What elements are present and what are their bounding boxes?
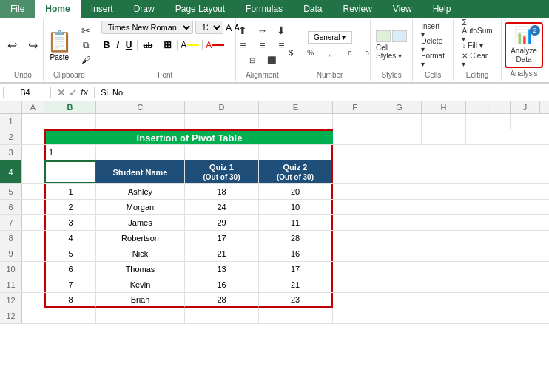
cell-c6[interactable]: Morgan [96, 200, 185, 214]
col-header-i[interactable]: I [466, 101, 511, 113]
tab-draw[interactable]: Draw [124, 0, 165, 18]
tab-data[interactable]: Data [293, 0, 332, 18]
cell-h1[interactable] [422, 114, 466, 129]
tab-help[interactable]: Help [422, 0, 462, 18]
cell-g1[interactable] [377, 114, 422, 129]
col-header-b[interactable]: B [44, 101, 96, 113]
increase-decimal-button[interactable]: .0 [340, 47, 358, 60]
cell-h2[interactable] [422, 129, 466, 144]
cell-c10[interactable]: Thomas [96, 262, 185, 277]
cell-c12[interactable] [96, 308, 185, 323]
fill-button[interactable]: ↓ Fill ▾ [459, 38, 485, 52]
cell-e1[interactable] [259, 114, 333, 129]
styles-button[interactable]: Cell Styles ▾ [376, 44, 407, 60]
currency-button[interactable]: $ [283, 47, 300, 60]
wrap-text-button[interactable]: ⬛ [263, 53, 280, 67]
cell-f11[interactable] [333, 277, 377, 292]
col-header-h[interactable]: H [422, 101, 466, 113]
cell-d10[interactable]: 13 [185, 262, 259, 277]
cell-e4-header[interactable]: Quiz 2(Out of 30) [259, 160, 333, 183]
copy-button[interactable]: ⧉ [77, 38, 95, 52]
align-center-button[interactable]: ≡ [253, 38, 271, 52]
cell-e7[interactable]: 11 [259, 215, 333, 230]
cell-d4-header[interactable]: Quiz 1(Out of 30) [185, 160, 259, 183]
align-top-button[interactable]: ⬆ [234, 24, 252, 37]
cell-c3[interactable] [96, 145, 185, 160]
col-header-d[interactable]: D [185, 101, 259, 113]
cell-b8[interactable]: 4 [44, 231, 96, 246]
cell-c5[interactable]: Ashley [96, 184, 185, 199]
percent-button[interactable]: % [302, 47, 320, 60]
cell-a11[interactable] [22, 277, 44, 292]
cell-e11[interactable]: 21 [259, 277, 333, 292]
cell-c12[interactable]: Brian [96, 293, 185, 308]
cell-c1[interactable] [96, 114, 185, 129]
cell-f12[interactable] [333, 308, 377, 323]
cell-f5[interactable] [333, 184, 377, 199]
tab-home[interactable]: Home [35, 0, 80, 18]
cell-e3[interactable] [259, 145, 333, 160]
redo-button[interactable]: ↪ [24, 38, 42, 52]
cell-c7[interactable]: James [96, 215, 185, 230]
cell-a10[interactable] [22, 262, 44, 277]
col-header-a[interactable]: A [22, 101, 44, 113]
font-size-select[interactable]: 12 [195, 21, 223, 34]
cell-e12[interactable]: 23 [259, 293, 333, 308]
align-left-button[interactable]: ≡ [234, 38, 252, 52]
cell-d7[interactable]: 29 [185, 215, 259, 230]
cell-d12[interactable] [185, 308, 259, 323]
col-header-e[interactable]: E [259, 101, 333, 113]
format-cells-button[interactable]: Format ▾ [418, 53, 448, 67]
cell-e5[interactable]: 20 [259, 184, 333, 199]
font-family-select[interactable]: Times New Roman [101, 21, 193, 34]
cell-c8[interactable]: Robertson [96, 231, 185, 246]
number-format-dropdown[interactable]: General ▾ [308, 31, 352, 44]
cell-e6[interactable]: 10 [259, 200, 333, 214]
cell-a8[interactable] [22, 231, 44, 246]
cell-e10[interactable]: 17 [259, 262, 333, 277]
autosum-button[interactable]: Σ AutoSum ▾ [459, 24, 495, 37]
cell-b9[interactable]: 5 [44, 246, 96, 261]
align-middle-button[interactable]: ↔ [253, 24, 271, 37]
cell-b10[interactable]: 6 [44, 262, 96, 277]
tab-file[interactable]: File [0, 0, 35, 18]
cell-a3[interactable] [22, 145, 44, 160]
cell-b4-header[interactable]: Sl. No. [44, 160, 96, 183]
cell-a9[interactable] [22, 246, 44, 261]
confirm-formula-icon[interactable]: ✓ [69, 87, 78, 98]
cell-f4[interactable] [333, 160, 377, 183]
cell-b7[interactable]: 3 [44, 215, 96, 230]
cell-e12[interactable] [259, 308, 333, 323]
cell-d9[interactable]: 21 [185, 246, 259, 261]
cell-a1[interactable] [22, 114, 44, 129]
col-header-j[interactable]: J [511, 101, 540, 113]
cell-a5[interactable] [22, 184, 44, 199]
cell-c4-header[interactable]: Student Name [96, 160, 185, 183]
font-color-button[interactable]: A [206, 40, 224, 50]
paste-button[interactable]: 📋 Paste [43, 27, 75, 64]
name-box[interactable] [3, 87, 47, 98]
cell-a12[interactable] [22, 293, 44, 308]
cell-a6[interactable] [22, 200, 44, 214]
borders-button[interactable]: ⊞ [161, 38, 174, 51]
tab-view[interactable]: View [383, 0, 422, 18]
clear-button[interactable]: ✕ Clear ▾ [459, 53, 495, 67]
cell-d12[interactable]: 28 [185, 293, 259, 308]
cell-f1[interactable] [333, 114, 377, 129]
cell-c9[interactable]: Nick [96, 246, 185, 261]
col-header-c[interactable]: C [96, 101, 185, 113]
col-header-f[interactable]: F [333, 101, 377, 113]
cell-a12[interactable] [22, 308, 44, 323]
undo-button[interactable]: ↩ [4, 38, 21, 52]
delete-cells-button[interactable]: Delete ▾ [418, 38, 448, 52]
cell-e8[interactable]: 28 [259, 231, 333, 246]
cut-button[interactable]: ✂ [77, 24, 95, 37]
cell-a4[interactable] [22, 160, 44, 183]
bold-button[interactable]: B [101, 39, 112, 51]
comma-button[interactable]: , [321, 47, 339, 60]
cell-i1[interactable] [466, 114, 511, 129]
cell-g2[interactable] [377, 129, 422, 144]
cell-e9[interactable]: 16 [259, 246, 333, 261]
increase-font-button[interactable]: A [226, 22, 232, 33]
cell-f6[interactable] [333, 200, 377, 214]
